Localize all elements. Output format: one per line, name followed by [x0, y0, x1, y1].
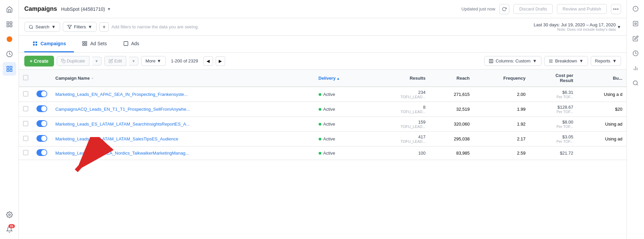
sidebar-chart-icon[interactable] — [3, 62, 16, 76]
account-dropdown-icon: ▼ — [107, 7, 111, 11]
svg-line-12 — [32, 28, 33, 29]
row-checkbox[interactable] — [23, 106, 28, 111]
topbar-more-button[interactable]: ••• — [611, 4, 621, 14]
row-toggle[interactable] — [36, 90, 47, 97]
row-toggle-cell — [32, 147, 51, 160]
col-header-name[interactable]: Campaign Name — [51, 70, 315, 87]
more-label: More — [145, 58, 156, 63]
duplicate-label: Duplicate — [67, 58, 85, 63]
sidebar-clock-icon[interactable] — [3, 47, 16, 61]
select-all-checkbox[interactable] — [23, 75, 28, 80]
col-header-delivery[interactable]: Delivery — [315, 70, 369, 87]
row-name-cell: Marketing_Leads_EN_EMEA_Nordics_Talkwalk… — [51, 147, 315, 160]
col-header-cost: Cost perResult — [530, 70, 577, 87]
sidebar-settings-icon[interactable] — [3, 208, 16, 221]
account-selector[interactable]: HubSpot (44581710) ▼ — [61, 6, 111, 12]
tab-ads[interactable]: Ads — [115, 36, 147, 52]
breakdown-dropdown-icon: ▼ — [579, 58, 584, 63]
pagination-info: 1-200 of 2329 — [171, 58, 198, 63]
row-checkbox[interactable] — [23, 91, 28, 97]
delivery-status: Active — [323, 107, 335, 112]
campaign-name-link[interactable]: CampaignsACQ_Leads_EN_T1_T1_Prospecting_… — [55, 107, 190, 112]
row-frequency-cell: 2.59 — [474, 147, 530, 160]
row-checkbox[interactable] — [23, 150, 28, 155]
edit-dropdown-arrow[interactable]: ▼ — [129, 57, 138, 65]
duplicate-dropdown-arrow[interactable]: ▼ — [92, 57, 102, 65]
breakdown-label: Breakdown — [555, 58, 577, 63]
sidebar-grid-icon[interactable] — [3, 18, 16, 31]
col-header-reach: Reach — [430, 70, 474, 87]
row-toggle[interactable] — [36, 120, 47, 127]
columns-button[interactable]: Columns: Custom ▼ — [484, 56, 541, 66]
sidebar-home-icon[interactable] — [3, 3, 16, 16]
table-row: Marketing_Leads_ES_LATAM_LATAM_SalesTips… — [19, 132, 626, 147]
cost-sub: Per TOF... — [534, 139, 573, 143]
campaign-name-link[interactable]: Marketing_Leads_ES_LATAM_LATAM_SalesTips… — [55, 136, 178, 141]
discard-drafts-button[interactable]: Discard Drafts — [513, 4, 553, 14]
create-button[interactable]: + Create — [24, 56, 54, 67]
reach-value: 32,519 — [456, 107, 470, 112]
edit-button[interactable]: Edit — [104, 56, 126, 66]
pagination-next-button[interactable]: ▶ — [216, 56, 225, 66]
reach-value: 295,038 — [454, 136, 470, 141]
right-sidebar-icon-2[interactable] — [629, 18, 642, 30]
cost-sub: Per TOF... — [534, 125, 573, 129]
refresh-button[interactable] — [499, 4, 509, 14]
delivery-dot — [319, 123, 321, 126]
row-toggle[interactable] — [36, 149, 47, 156]
results-sub: TOFU_LEAD... — [373, 125, 425, 129]
toolbar: + Create Duplicate ▼ Edit ▼ More ▼ 1-200… — [19, 53, 626, 70]
sidebar-hubspot-icon[interactable] — [3, 32, 16, 46]
pagination-prev-button[interactable]: ◀ — [204, 56, 213, 66]
tab-bar: Campaigns Ad Sets Ads — [19, 36, 626, 53]
campaign-name-link[interactable]: Marketing_Leads_EN_EMEA_Nordics_Talkwalk… — [55, 151, 189, 156]
cost-sub: Per TOF... — [534, 95, 573, 99]
cost-value: $6.31 — [534, 90, 573, 95]
right-sidebar-icon-4[interactable] — [629, 47, 642, 59]
row-checkbox[interactable] — [23, 136, 28, 141]
filters-button[interactable]: Filters ▼ — [63, 22, 97, 32]
right-sidebar-icon-1[interactable] — [629, 3, 642, 15]
row-checkbox[interactable] — [23, 121, 28, 126]
account-name: HubSpot (44581710) — [61, 6, 105, 12]
row-checkbox-cell — [19, 147, 32, 160]
search-button[interactable]: Search ▼ — [24, 22, 60, 32]
date-range-picker[interactable]: Last 30 days: Jul 19, 2020 – Aug 17, 202… — [534, 22, 621, 31]
row-results-cell: 159 TOFU_LEAD... — [369, 117, 429, 132]
tab-adsets[interactable]: Ad Sets — [74, 36, 115, 52]
tab-adsets-label: Ad Sets — [90, 41, 107, 46]
col-header-checkbox — [19, 70, 32, 87]
right-sidebar-icon-6[interactable] — [629, 77, 642, 89]
svg-point-36 — [633, 81, 637, 85]
delivery-status: Active — [323, 136, 335, 141]
row-checkbox-cell — [19, 132, 32, 147]
tab-campaigns[interactable]: Campaigns — [24, 36, 74, 52]
search-dropdown-icon: ▼ — [51, 24, 56, 29]
review-publish-button[interactable]: Review and Publish — [557, 4, 607, 14]
frequency-value: 2.00 — [517, 92, 526, 97]
svg-rect-0 — [7, 22, 9, 24]
filterbar: Search ▼ Filters ▼ + Add filters to narr… — [19, 18, 626, 36]
duplicate-button[interactable]: Duplicate — [57, 56, 89, 66]
breakdown-button[interactable]: Breakdown ▼ — [544, 56, 588, 66]
delivery-status: Active — [323, 92, 335, 97]
topbar: Campaigns HubSpot (44581710) ▼ Updated j… — [19, 0, 626, 18]
svg-point-10 — [8, 214, 10, 216]
reports-button[interactable]: Reports ▼ — [591, 56, 621, 66]
row-toggle[interactable] — [36, 135, 47, 142]
results-sub: TOFU_LEAD... — [373, 95, 425, 99]
row-toggle[interactable] — [36, 105, 47, 112]
row-delivery-cell: Active — [315, 132, 369, 147]
right-sidebar-icon-5[interactable] — [629, 62, 642, 74]
campaign-name-link[interactable]: Marketing_Leads_EN_APAC_SEA_IN_Prospecti… — [55, 92, 188, 97]
more-button[interactable]: More ▼ — [141, 56, 166, 66]
col-header-results: Results — [369, 70, 429, 87]
svg-rect-20 — [489, 59, 493, 63]
campaign-name-link[interactable]: Marketing_Leads_ES_LATAM_LATAM_SearchIns… — [55, 122, 190, 127]
row-cost-cell: $6.31 Per TOF... — [530, 87, 577, 102]
right-sidebar-icon-3[interactable] — [629, 32, 642, 45]
add-filter-button[interactable]: + — [99, 22, 109, 32]
results-value: 8 — [373, 105, 425, 110]
sidebar-bell-icon[interactable]: 31 — [3, 223, 16, 236]
svg-rect-14 — [83, 42, 84, 43]
